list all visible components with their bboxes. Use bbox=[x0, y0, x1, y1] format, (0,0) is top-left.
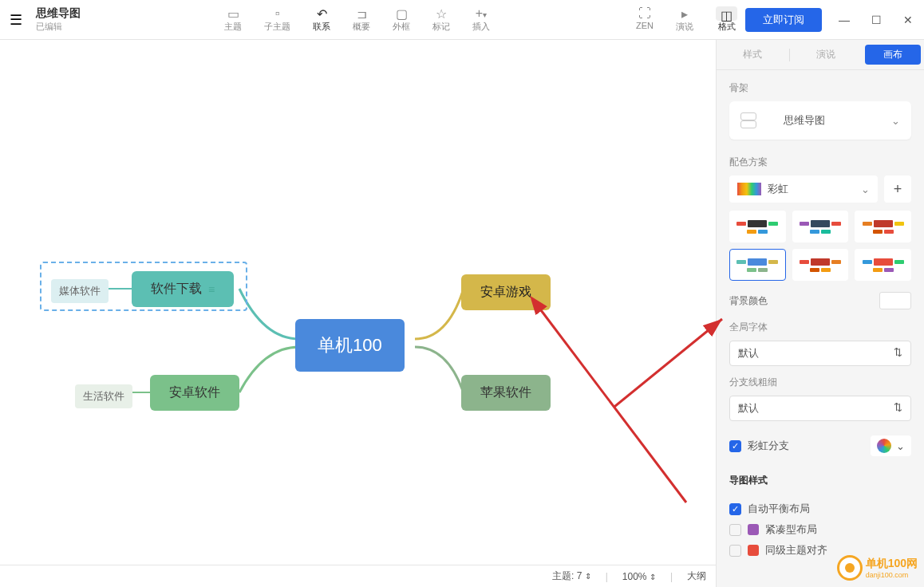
colorscheme-selector[interactable]: 彩虹 ⌄ bbox=[729, 175, 878, 203]
subscribe-button[interactable]: 立即订阅 bbox=[745, 8, 822, 32]
branchwidth-select[interactable]: 默认⇅ bbox=[729, 396, 911, 421]
minimize-button[interactable]: — bbox=[828, 8, 860, 32]
node-life-software[interactable]: 生活软件 bbox=[75, 384, 132, 408]
globalfont-select[interactable]: 默认⇅ bbox=[729, 341, 911, 366]
scheme-option-6[interactable] bbox=[855, 249, 911, 281]
star-icon: ☆ bbox=[432, 6, 450, 21]
chevron-down-icon: ⌄ bbox=[861, 183, 870, 195]
main-toolbar: ▭主题 ▫子主题 ↶联系 ⊐概要 ▢外框 ☆标记 +▾插入 bbox=[224, 6, 490, 33]
chevron-down-icon: ⌄ bbox=[891, 115, 900, 127]
compact-label: 紧凑型布局 bbox=[765, 522, 817, 537]
globalfont-label: 全局字体 bbox=[729, 321, 911, 334]
maximize-button[interactable]: ☐ bbox=[860, 8, 892, 32]
node-android-game[interactable]: 安卓游戏 bbox=[461, 274, 551, 310]
tool-format[interactable]: ◫格式 bbox=[716, 6, 737, 33]
node-android-software[interactable]: 安卓软件 bbox=[150, 375, 239, 411]
tab-present[interactable]: 演说 bbox=[790, 48, 863, 61]
tool-insert[interactable]: +▾插入 bbox=[472, 6, 490, 33]
skeleton-title: 骨架 bbox=[729, 81, 911, 95]
divider: | bbox=[606, 571, 608, 582]
tool-present[interactable]: ▸演说 bbox=[676, 6, 693, 33]
node-central[interactable]: 单机100 bbox=[295, 319, 405, 372]
subtopic-icon: ▫ bbox=[264, 6, 290, 21]
scheme-option-3[interactable] bbox=[855, 211, 911, 242]
divider: | bbox=[670, 571, 673, 582]
node-media-software[interactable]: 媒体软件 bbox=[51, 279, 109, 303]
scheme-option-5[interactable] bbox=[792, 249, 849, 281]
scheme-option-2[interactable] bbox=[792, 211, 849, 242]
scheme-option-4[interactable] bbox=[729, 249, 786, 281]
menu-button[interactable]: ☰ bbox=[0, 11, 32, 29]
tool-summary[interactable]: ⊐概要 bbox=[353, 6, 370, 33]
mapstyle-title: 导图样式 bbox=[729, 474, 911, 487]
svg-line-3 bbox=[614, 319, 722, 407]
document-status: 已编辑 bbox=[36, 21, 81, 33]
tool-relationship[interactable]: ↶联系 bbox=[313, 6, 330, 33]
mindmap-canvas[interactable]: 媒体软件 软件下载 生活软件 安卓软件 单机100 安卓游戏 苹果软件 主题: … bbox=[0, 40, 717, 587]
format-sidebar: 样式 演说 画布 骨架 思维导图 ⌄ 配色方案 彩虹 ⌄ + bbox=[717, 40, 924, 587]
bgcolor-picker[interactable] bbox=[879, 292, 911, 309]
zoom-level[interactable]: 100% ⇕ bbox=[622, 571, 656, 582]
compact-checkbox[interactable] bbox=[729, 524, 741, 536]
rainbow-branch-checkbox[interactable]: ✓ bbox=[729, 440, 741, 452]
branchwidth-label: 分支线粗细 bbox=[729, 376, 911, 389]
rainbow-ring-icon bbox=[877, 439, 891, 453]
status-bar: 主题: 7 ⇕ | 100% ⇕ | 大纲 bbox=[0, 565, 716, 587]
play-icon: ▸ bbox=[676, 6, 693, 21]
outline-toggle[interactable]: 大纲 bbox=[687, 569, 706, 583]
colorscheme-title: 配色方案 bbox=[729, 156, 911, 169]
zen-icon: ⛶ bbox=[636, 6, 654, 21]
node-apple-software[interactable]: 苹果软件 bbox=[461, 375, 551, 411]
rainbow-mode-selector[interactable]: ⌄ bbox=[871, 435, 911, 456]
tab-canvas[interactable]: 画布 bbox=[865, 45, 921, 65]
tab-style[interactable]: 样式 bbox=[717, 48, 789, 61]
auto-balance-label: 自动平衡布局 bbox=[748, 502, 810, 516]
tool-topic[interactable]: ▭主题 bbox=[224, 6, 242, 33]
compact-icon bbox=[748, 524, 759, 535]
summary-icon: ⊐ bbox=[353, 6, 370, 21]
bgcolor-label: 背景颜色 bbox=[729, 294, 873, 308]
format-icon: ◫ bbox=[716, 6, 737, 21]
svg-line-2 bbox=[539, 307, 686, 502]
relationship-icon: ↶ bbox=[313, 6, 330, 21]
samelevel-label: 同级主题对齐 bbox=[765, 543, 827, 557]
skeleton-icon bbox=[740, 112, 772, 128]
node-software-download[interactable]: 软件下载 bbox=[132, 271, 234, 307]
align-icon bbox=[748, 545, 759, 556]
plus-icon: +▾ bbox=[472, 6, 490, 21]
tool-boundary[interactable]: ▢外框 bbox=[393, 6, 410, 33]
skeleton-selector[interactable]: 思维导图 ⌄ bbox=[729, 101, 911, 140]
rainbow-branch-label: 彩虹分支 bbox=[748, 439, 789, 453]
document-title: 思维导图 bbox=[36, 6, 81, 21]
watermark: 单机100网 danji100.com bbox=[837, 555, 918, 581]
rainbow-swatch-icon bbox=[737, 183, 761, 195]
auto-balance-checkbox[interactable]: ✓ bbox=[729, 503, 741, 515]
updown-icon: ⇅ bbox=[894, 346, 902, 360]
topic-count: 主题: 7 ⇕ bbox=[552, 569, 591, 583]
topic-icon: ▭ bbox=[224, 6, 242, 21]
tool-subtopic[interactable]: ▫子主题 bbox=[264, 6, 290, 33]
add-scheme-button[interactable]: + bbox=[884, 175, 911, 203]
tool-marker[interactable]: ☆标记 bbox=[432, 6, 450, 33]
tool-zen[interactable]: ⛶ZEN bbox=[636, 6, 654, 33]
chevron-down-icon: ⌄ bbox=[896, 440, 905, 452]
updown-icon: ⇅ bbox=[894, 401, 902, 416]
view-toolbar: ⛶ZEN ▸演说 ◫格式 bbox=[636, 6, 737, 33]
scheme-option-1[interactable] bbox=[729, 211, 786, 242]
samelevel-checkbox[interactable] bbox=[729, 545, 741, 557]
close-button[interactable]: ✕ bbox=[892, 8, 924, 32]
boundary-icon: ▢ bbox=[393, 6, 410, 21]
document-title-block: 思维导图 已编辑 bbox=[36, 6, 81, 33]
